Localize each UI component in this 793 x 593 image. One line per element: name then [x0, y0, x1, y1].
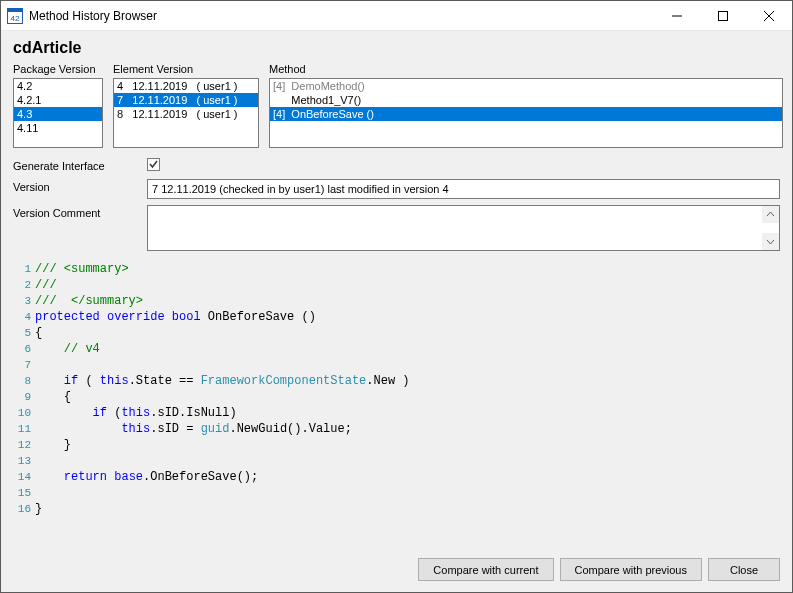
code-line: 2///	[13, 277, 780, 293]
code-line: 1/// <summary>	[13, 261, 780, 277]
code-line: 7	[13, 357, 780, 373]
titlebar: 42 Method History Browser	[1, 1, 792, 31]
version-field[interactable]: 7 12.11.2019 (checked in by user1) last …	[147, 179, 780, 199]
method-item[interactable]: Method1_V7()	[270, 93, 782, 107]
svg-rect-5	[719, 11, 728, 20]
code-line: 6 // v4	[13, 341, 780, 357]
code-line: 15	[13, 485, 780, 501]
generate-interface-checkbox[interactable]	[147, 158, 160, 171]
client-area: cdArticle Package Version 4.24.2.14.34.1…	[1, 31, 792, 593]
method-item[interactable]: [4] DemoMethod()	[270, 79, 782, 93]
method-column: Method [4] DemoMethod() Method1_V7()[4] …	[269, 63, 783, 148]
code-line: 16}	[13, 501, 780, 517]
element-version-item[interactable]: 7 12.11.2019 ( user1 )	[114, 93, 258, 107]
element-version-item[interactable]: 4 12.11.2019 ( user1 )	[114, 79, 258, 93]
svg-rect-2	[8, 9, 22, 12]
code-line: 4protected override bool OnBeforeSave ()	[13, 309, 780, 325]
minimize-button[interactable]	[654, 1, 700, 30]
generate-interface-label: Generate Interface	[13, 158, 147, 172]
page-title: cdArticle	[13, 31, 780, 63]
close-dialog-button[interactable]: Close	[708, 558, 780, 581]
code-line: 13	[13, 453, 780, 469]
version-comment-row: Version Comment	[13, 205, 780, 251]
element-version-column: Element Version 4 12.11.2019 ( user1 )7 …	[113, 63, 259, 148]
element-version-list[interactable]: 4 12.11.2019 ( user1 )7 12.11.2019 ( use…	[113, 78, 259, 148]
code-line: 10 if (this.sID.IsNull)	[13, 405, 780, 421]
close-button[interactable]	[746, 1, 792, 30]
version-label: Version	[13, 179, 147, 193]
method-list[interactable]: [4] DemoMethod() Method1_V7()[4] OnBefor…	[269, 78, 783, 148]
code-line: 8 if ( this.State == FrameworkComponentS…	[13, 373, 780, 389]
window-buttons	[654, 1, 792, 30]
package-version-item[interactable]: 4.2	[14, 79, 102, 93]
window-title: Method History Browser	[29, 9, 654, 23]
top-lists: Package Version 4.24.2.14.34.11 Element …	[13, 63, 780, 148]
maximize-button[interactable]	[700, 1, 746, 30]
code-line: 5{	[13, 325, 780, 341]
form-rows: Generate Interface Version 7 12.11.2019 …	[13, 158, 780, 251]
version-comment-field[interactable]	[147, 205, 780, 251]
code-line: 14 return base.OnBeforeSave();	[13, 469, 780, 485]
method-label: Method	[269, 63, 783, 75]
code-line: 3/// </summary>	[13, 293, 780, 309]
package-version-label: Package Version	[13, 63, 103, 75]
button-bar: Compare with current Compare with previo…	[418, 558, 780, 581]
svg-text:42: 42	[11, 14, 20, 23]
package-version-list[interactable]: 4.24.2.14.34.11	[13, 78, 103, 148]
scroll-up-button[interactable]	[762, 206, 779, 223]
package-version-item[interactable]: 4.3	[14, 107, 102, 121]
element-version-label: Element Version	[113, 63, 259, 75]
package-version-item[interactable]: 4.11	[14, 121, 102, 135]
compare-previous-button[interactable]: Compare with previous	[560, 558, 703, 581]
package-version-column: Package Version 4.24.2.14.34.11	[13, 63, 103, 148]
generate-interface-row: Generate Interface	[13, 158, 780, 173]
version-comment-label: Version Comment	[13, 205, 147, 219]
app-icon: 42	[7, 8, 23, 24]
method-item[interactable]: [4] OnBeforeSave ()	[270, 107, 782, 121]
code-line: 9 {	[13, 389, 780, 405]
scroll-down-button[interactable]	[762, 233, 779, 250]
compare-current-button[interactable]: Compare with current	[418, 558, 553, 581]
package-version-item[interactable]: 4.2.1	[14, 93, 102, 107]
code-line: 12 }	[13, 437, 780, 453]
code-viewer[interactable]: 1/// <summary>2///3/// </summary>4protec…	[13, 261, 780, 531]
element-version-item[interactable]: 8 12.11.2019 ( user1 )	[114, 107, 258, 121]
code-line: 11 this.sID = guid.NewGuid().Value;	[13, 421, 780, 437]
version-row: Version 7 12.11.2019 (checked in by user…	[13, 179, 780, 199]
